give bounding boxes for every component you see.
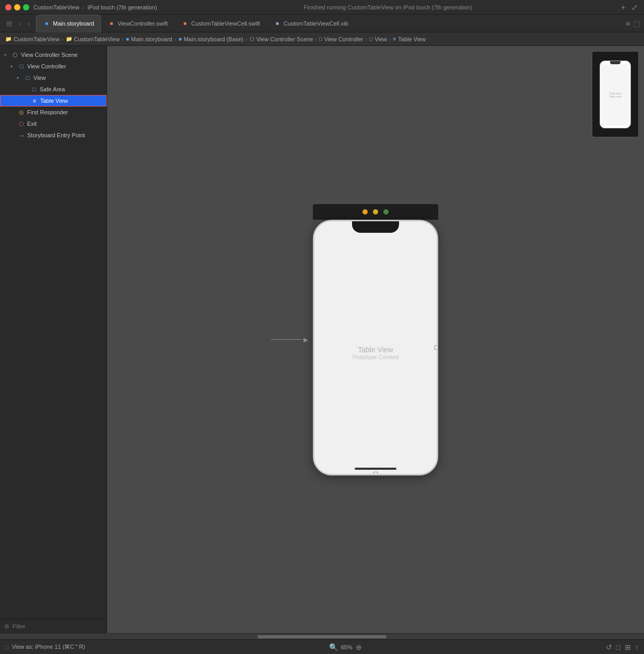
add-tab-button[interactable]: + — [619, 3, 627, 11]
sidebar-item-exit[interactable]: ⬡ Exit — [0, 118, 107, 129]
swift-file-icon-2: ■ — [181, 20, 189, 27]
breadcrumb-item-2[interactable]: 📁 CustomTableView — [66, 36, 120, 42]
app-name: CustomTableView — [33, 4, 79, 10]
breadcrumb-sep-4: › — [245, 36, 248, 42]
iphone-notch — [352, 221, 399, 233]
safe-area-icon: □ — [30, 86, 38, 93]
breadcrumb-item-1[interactable]: 📁 CustomTableView — [5, 36, 60, 42]
folder-icon-2: 📁 — [66, 36, 72, 42]
window-traffic-lights — [5, 4, 29, 10]
sidebar-item-table-view[interactable]: ≡ Table View — [0, 95, 107, 106]
breadcrumb-item-3[interactable]: ■ Main.storyboard — [126, 36, 172, 42]
resize-handle-right[interactable] — [435, 346, 438, 350]
sidebar: ▾ ⬡ View Controller Scene ▾ □ View Contr… — [0, 46, 107, 633]
breadcrumb-label-3: Main.storyboard — [131, 36, 172, 42]
breadcrumb-item-7[interactable]: □ View — [369, 36, 387, 42]
minimize-button[interactable] — [14, 4, 20, 10]
tableview-placeholder-label: Table View — [358, 346, 393, 354]
bottom-bar: □ View as: iPhone 11 (⌘C⌃R) 🔍 65% ⊕ ↺ □ … — [0, 639, 644, 654]
tab-viewcontroller-label: ViewController.swift — [118, 20, 168, 27]
tab-customtableviewcell-swift[interactable]: ■ CustomTableViewCell.swift — [174, 15, 267, 32]
sidebar-item-vc-scene[interactable]: ▾ ⬡ View Controller Scene — [0, 49, 107, 61]
breadcrumb-sep-1: › — [62, 36, 64, 42]
maximize-button[interactable] — [23, 4, 29, 10]
view-as-label[interactable]: View as: iPhone 11 (⌘C⌃R) — [12, 644, 85, 650]
close-button[interactable] — [5, 4, 11, 10]
breadcrumb: 📁 CustomTableView › 📁 CustomTableView › … — [0, 32, 644, 46]
share-button[interactable]: ↑ — [635, 643, 639, 651]
first-responder-icon: ◎ — [18, 109, 25, 116]
sidebar-item-vc[interactable]: ▾ □ View Controller — [0, 61, 107, 72]
breadcrumb-sep-3: › — [174, 36, 177, 42]
toolbar-dot-yellow — [373, 209, 378, 215]
storyboard-file-icon: ■ — [43, 20, 50, 27]
breadcrumb-sep-5: › — [315, 36, 317, 42]
sidebar-item-safe-area[interactable]: □ Safe Area — [0, 84, 107, 95]
horizontal-scrollbar[interactable] — [0, 633, 644, 639]
canvas-area[interactable]: Safe Area Table View Table View — [107, 46, 644, 633]
iphone-home-bar — [355, 468, 396, 470]
swift-file-icon-1: ■ — [108, 20, 115, 27]
grid-view-button[interactable]: ⊞ — [4, 18, 15, 29]
sidebar-filter[interactable]: ⊕ — [0, 619, 107, 633]
view-icon-bc: □ — [369, 36, 372, 42]
refresh-button[interactable]: ↺ — [606, 643, 612, 651]
breadcrumb-label-8: Table View — [398, 36, 426, 42]
breadcrumb-label-5: View Controller Scene — [256, 36, 313, 42]
resize-handle-bottom[interactable] — [373, 472, 378, 475]
bottom-left: □ View as: iPhone 11 (⌘C⌃R) — [5, 644, 85, 650]
bottom-right: ↺ □ ⊞ ↑ — [606, 643, 639, 651]
breadcrumb-item-5[interactable]: ⬡ View Controller Scene — [250, 36, 313, 42]
filter-input[interactable] — [13, 623, 102, 629]
exit-icon: ⬡ — [18, 120, 25, 127]
tab-customtableviewcell-xib[interactable]: ■ CustomTableViewCell.xib — [267, 15, 355, 32]
iphone-screen: Table View Prototype Content — [314, 221, 437, 474]
layout-button[interactable]: □ — [616, 643, 620, 651]
tree-arrow-view: ▾ — [17, 76, 22, 80]
zoom-in-button[interactable]: ⊕ — [356, 643, 362, 651]
xib-file-icon: ■ — [274, 20, 281, 27]
mini-iphone-frame: Safe Area Table View — [600, 61, 631, 128]
vc-icon-sidebar: □ — [18, 63, 25, 70]
scrollbar-thumb[interactable] — [257, 635, 387, 638]
scene-icon: ⬡ — [250, 36, 254, 42]
arrow-line — [271, 339, 302, 340]
breadcrumb-label-2: CustomTableView — [74, 36, 120, 42]
tab-bar: ⊞ ‹ › ■ Main.storyboard ■ ViewController… — [0, 15, 644, 32]
editor-options-button[interactable]: ≡ — [626, 19, 630, 28]
tab-customcell-swift-label: CustomTableViewCell.swift — [191, 20, 260, 27]
scene-icon-sidebar: ⬡ — [11, 51, 19, 58]
breadcrumb-sep-6: › — [365, 36, 367, 42]
vc-icon-bc: □ — [319, 36, 322, 42]
sidebar-label-vc: View Controller — [27, 63, 66, 69]
device-toolbar — [313, 204, 438, 220]
nav-back-button[interactable]: ‹ — [17, 18, 24, 29]
grid-button[interactable]: ⊞ — [625, 643, 631, 651]
breadcrumb-item-4[interactable]: ■ Main.storyboard (Base) — [179, 36, 243, 42]
tab-main-storyboard[interactable]: ■ Main.storyboard — [36, 15, 101, 32]
tab-viewcontroller-swift[interactable]: ■ ViewController.swift — [101, 15, 174, 32]
title-bar: CustomTableView › iPod touch (7th genera… — [0, 0, 644, 15]
mini-preview-text-2: Table View — [609, 95, 622, 98]
toolbar-dot-orange — [362, 209, 368, 215]
zoom-out-button[interactable]: 🔍 — [329, 643, 338, 651]
toolbar-dot-green — [383, 209, 389, 215]
nav-forward-button[interactable]: › — [26, 18, 32, 29]
tab-bar-left: ⊞ ‹ › — [0, 18, 36, 29]
sidebar-item-view[interactable]: ▾ □ View — [0, 72, 107, 84]
view-as-icon: □ — [5, 644, 9, 650]
sidebar-item-entry-point[interactable]: → Storyboard Entry Point — [0, 129, 107, 141]
tableview-icon-bc: ≡ — [393, 36, 396, 42]
sidebar-label-exit: Exit — [27, 121, 37, 127]
breadcrumb-item-8[interactable]: ≡ Table View — [393, 36, 426, 42]
inspector-toggle-button[interactable]: ⬚ — [633, 19, 640, 28]
window-resize-button[interactable]: ⤢ — [630, 3, 639, 11]
bottom-center: 🔍 65% ⊕ — [329, 643, 362, 651]
sidebar-label-first-responder: First Responder — [27, 109, 68, 115]
device-label: iPod touch (7th generation) — [88, 4, 157, 10]
breadcrumb-sep-7: › — [389, 36, 391, 42]
breadcrumb-item-6[interactable]: □ View Controller — [319, 36, 363, 42]
sidebar-item-first-responder[interactable]: ◎ First Responder — [0, 106, 107, 118]
title-bar-controls: + ⤢ — [619, 3, 639, 11]
mini-screen: Safe Area Table View — [601, 64, 629, 126]
